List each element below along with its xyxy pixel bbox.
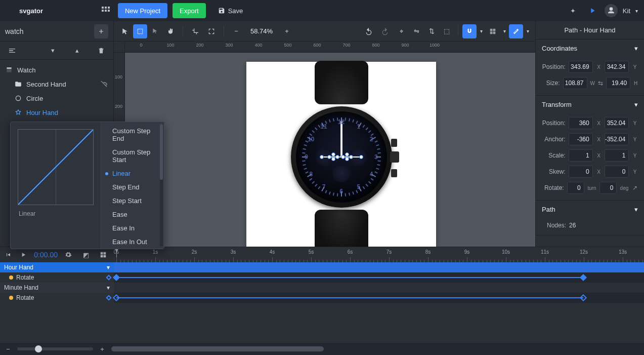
apps-grid-icon[interactable] [99, 4, 113, 18]
tf-pos-y[interactable]: 352.04 [605, 117, 629, 129]
svg-rect-9 [101, 252, 103, 255]
tf-scale-y[interactable]: 1 [605, 149, 629, 162]
save-button[interactable]: Save [211, 3, 250, 18]
panel-menu-icon[interactable] [5, 44, 19, 58]
snap-toggle[interactable] [462, 24, 477, 38]
ruler-horizontal[interactable]: -400-300-200-100010020030040050060070080… [125, 42, 535, 53]
zoom-out-button[interactable]: − [229, 24, 243, 38]
keyframe-add-icon[interactable] [106, 274, 111, 280]
export-button[interactable]: Export [173, 3, 206, 18]
layer-item-second-hand[interactable]: Second Hand [0, 77, 113, 91]
project-name-input[interactable] [5, 27, 94, 35]
easing-option[interactable]: Ease In [101, 221, 164, 235]
visibility-off-icon[interactable] [100, 80, 108, 89]
play-preview-icon[interactable] [585, 4, 599, 18]
rotate-direction-icon[interactable]: ↗ [632, 184, 638, 191]
tf-skew-y[interactable]: 0 [605, 166, 629, 178]
timeline-zoom-slider[interactable] [17, 347, 93, 350]
section-path[interactable]: Path▾ [536, 201, 644, 218]
timeline-ruler[interactable]: 0s1s2s3s4s5s6s7s8s9s10s11s12s13s [114, 247, 644, 262]
easing-option[interactable]: Ease In Out [101, 235, 164, 249]
select-tool[interactable] [118, 24, 132, 38]
transform-tool[interactable] [133, 24, 147, 38]
tf-rot-deg[interactable]: 0 [599, 182, 617, 194]
tf-rot-turn[interactable]: 0 [567, 182, 584, 194]
easing-option[interactable]: Custom Step Start [101, 145, 164, 167]
keyframe-add-icon[interactable] [106, 295, 111, 300]
timeline-row-hour-hand[interactable]: Hour Hand▾ [0, 262, 644, 272]
artboard[interactable]: 121234567891011 [246, 62, 436, 247]
timeline-zoom-out[interactable]: − [4, 342, 12, 355]
coord-size-w[interactable]: 108.87 [563, 77, 587, 89]
coord-size-h[interactable]: 19.40 [606, 77, 630, 89]
svg-line-7 [18, 130, 93, 205]
layer-label: Circle [26, 95, 43, 102]
tf-anc-y[interactable]: -352.04 [605, 133, 629, 145]
easing-curve-graph[interactable] [18, 129, 94, 205]
timeline-panel: 0:00.00 ◩ 0s1s2s3s4s5s6s7s8s9s10s11s12s1… [0, 247, 644, 355]
timeline-row-minute-rotate[interactable]: Rotate [0, 293, 644, 303]
tf-skew-x[interactable]: 0 [569, 166, 593, 178]
collapse-up-icon[interactable]: ▴ [70, 44, 84, 58]
zoom-in-button[interactable]: + [280, 24, 294, 38]
canvas-stage[interactable]: -400-300-200-100010020030040050060070080… [114, 42, 535, 247]
tf-pos-x[interactable]: 360 [569, 117, 593, 129]
link-dimensions-icon[interactable]: ⇆ [598, 80, 603, 87]
node-tool[interactable] [148, 24, 162, 38]
layer-root[interactable]: Watch [0, 63, 113, 77]
timeline-grid-icon[interactable] [97, 248, 110, 262]
clip-icon [5, 66, 13, 73]
easing-option[interactable]: Ease [101, 208, 164, 221]
section-transform[interactable]: Transform▾ [536, 96, 644, 113]
coord-pos-y[interactable]: 342.34 [605, 61, 629, 73]
easing-option[interactable]: Linear [101, 167, 164, 180]
tf-scale-x[interactable]: 1 [569, 149, 593, 162]
timeline-scrollbar[interactable] [111, 346, 324, 351]
coord-pos-x[interactable]: 343.69 [569, 61, 593, 73]
lock-icon[interactable]: ⬚ [440, 24, 454, 38]
easing-current-label: Linear [18, 210, 94, 217]
timeline-mask-icon[interactable]: ◩ [79, 248, 92, 262]
easing-option[interactable]: Step End [101, 180, 164, 194]
svg-rect-2 [108, 7, 110, 9]
user-name[interactable]: Kit [623, 7, 630, 15]
timeline-zoom-in[interactable]: + [98, 342, 106, 355]
pan-tool[interactable] [163, 24, 178, 38]
grid-menu-chevron-icon[interactable]: ▾ [501, 24, 508, 38]
user-avatar[interactable] [605, 4, 618, 17]
collapse-down-icon[interactable]: ▾ [46, 44, 60, 58]
crop-tool[interactable] [188, 24, 202, 38]
undo-button[interactable] [362, 24, 376, 38]
timeline-row-hour-rotate[interactable]: Rotate [0, 272, 644, 283]
add-element-button[interactable] [94, 24, 108, 38]
fit-screen-tool[interactable] [204, 24, 219, 38]
timeline-settings-icon[interactable] [62, 248, 75, 262]
zoom-level[interactable]: 58.74% [245, 27, 278, 35]
timeline-time[interactable]: 0:00.00 [34, 251, 58, 259]
snap-menu-chevron-icon[interactable]: ▾ [478, 24, 485, 38]
watch-illustration: 121234567891011 [315, 66, 368, 247]
tf-anc-x[interactable]: -360 [569, 133, 593, 145]
timeline-rewind-button[interactable] [4, 248, 13, 262]
settings-sparkle-icon[interactable]: ✦ [566, 4, 580, 18]
focus-icon[interactable]: ⌖ [394, 24, 408, 38]
easing-option[interactable]: Step Start [101, 194, 164, 208]
hour-hand-selection[interactable] [322, 153, 361, 161]
ruler-toggle[interactable] [509, 24, 523, 38]
section-coordinates[interactable]: Coordinates▾ [536, 40, 644, 57]
user-menu-chevron-icon[interactable]: ▾ [635, 8, 638, 14]
timeline-row-minute-hand[interactable]: Minute Hand▾ [0, 283, 644, 293]
grid-toggle[interactable] [486, 24, 500, 38]
layer-item-hour-hand[interactable]: Hour Hand [0, 105, 113, 120]
flip-h-icon[interactable]: ⇋ [409, 24, 423, 38]
easing-option[interactable]: Custom Step End [101, 124, 164, 145]
redo-button[interactable] [378, 24, 392, 38]
layer-root-label: Watch [17, 66, 35, 74]
new-project-button[interactable]: New Project [118, 3, 167, 18]
ruler-menu-chevron-icon[interactable]: ▾ [524, 24, 531, 38]
timeline-play-button[interactable] [17, 248, 30, 262]
layer-item-circle[interactable]: Circle [0, 91, 113, 105]
flip-v-icon[interactable]: ⇅ [424, 24, 439, 38]
easing-scrollbar[interactable] [160, 124, 163, 247]
delete-icon[interactable] [94, 44, 108, 58]
